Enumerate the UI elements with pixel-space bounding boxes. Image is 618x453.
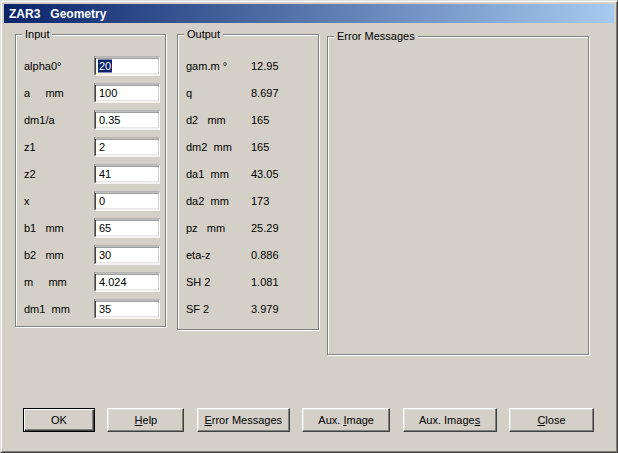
field-label: m mm xyxy=(24,276,67,288)
output-row-pz: pz mm 25.29 xyxy=(178,214,318,241)
ok-button[interactable]: OK xyxy=(23,408,95,432)
output-row-etaz: eta-z 0.886 xyxy=(178,241,318,268)
z1-input[interactable]: 2 xyxy=(94,137,160,156)
button-label: rror Messages xyxy=(212,414,282,426)
dialog-window: ZAR3 Geometry Input alpha0° 20 a mm 100 … xyxy=(0,0,618,453)
output-row-sh2: SH 2 1.081 xyxy=(178,268,318,295)
b2-input[interactable]: 30 xyxy=(94,245,160,264)
error-messages-group: Error Messages xyxy=(327,36,589,355)
input-value: 0 xyxy=(98,194,106,207)
close-button[interactable]: Close xyxy=(509,408,594,432)
button-mnemonic: C xyxy=(537,414,545,426)
input-row-dm1: dm1 mm 35 xyxy=(16,295,165,322)
button-row: OK Help Error Messages Aux. Image Aux. I… xyxy=(23,408,594,432)
input-value: 4.024 xyxy=(98,275,128,288)
field-label: dm2 mm xyxy=(186,141,232,153)
input-row-a: a mm 100 xyxy=(16,79,165,106)
button-label: Aux. Image xyxy=(419,414,475,426)
button-mnemonic: s xyxy=(475,414,481,426)
help-button[interactable]: Help xyxy=(107,408,184,432)
field-label: x xyxy=(24,195,30,207)
error-messages-button[interactable]: Error Messages xyxy=(197,408,290,432)
a-input[interactable]: 100 xyxy=(94,83,160,102)
input-row-z1: z1 2 xyxy=(16,133,165,160)
window-title: ZAR3 Geometry xyxy=(4,7,106,21)
output-row-sf2: SF 2 3.979 xyxy=(178,295,318,322)
title-bar[interactable]: ZAR3 Geometry xyxy=(4,4,614,23)
output-dm2-value: 165 xyxy=(251,141,269,153)
field-label: pz mm xyxy=(186,222,225,234)
aux-images-button[interactable]: Aux. Images xyxy=(403,408,497,432)
field-label: alpha0° xyxy=(24,60,61,72)
input-row-alpha0: alpha0° 20 xyxy=(16,52,165,79)
output-group-label: Output xyxy=(184,28,223,41)
input-value: 2 xyxy=(98,140,106,153)
output-sh2-value: 1.081 xyxy=(251,276,279,288)
button-label: OK xyxy=(51,414,67,426)
aux-image-button[interactable]: Aux. Image xyxy=(302,408,390,432)
input-value: 100 xyxy=(98,86,118,99)
button-label: elp xyxy=(143,414,158,426)
button-label: mage xyxy=(346,414,374,426)
output-gamm-value: 12.95 xyxy=(251,60,279,72)
field-label: gam.m ° xyxy=(186,60,227,72)
z2-input[interactable]: 41 xyxy=(94,164,160,183)
field-label: da1 mm xyxy=(186,168,229,180)
input-group: Input alpha0° 20 a mm 100 dm1/a 0.35 z1 … xyxy=(15,34,166,327)
input-row-x: x 0 xyxy=(16,187,165,214)
field-label: z1 xyxy=(24,141,36,153)
input-value: 41 xyxy=(98,167,112,180)
output-sf2-value: 3.979 xyxy=(251,303,279,315)
field-label: SH 2 xyxy=(186,276,210,288)
output-row-dm2: dm2 mm 165 xyxy=(178,133,318,160)
field-label: b1 mm xyxy=(24,222,64,234)
input-rows: alpha0° 20 a mm 100 dm1/a 0.35 z1 2 z2 4… xyxy=(16,35,165,322)
x-input[interactable]: 0 xyxy=(94,191,160,210)
input-row-z2: z2 41 xyxy=(16,160,165,187)
input-value: 30 xyxy=(98,248,112,261)
output-da1-value: 43.05 xyxy=(251,168,279,180)
button-label: Aux. xyxy=(318,414,343,426)
output-row-gamm: gam.m ° 12.95 xyxy=(178,52,318,79)
output-da2-value: 173 xyxy=(251,195,269,207)
field-label: b2 mm xyxy=(24,249,64,261)
alpha0-input[interactable]: 20 xyxy=(94,56,160,75)
input-value: 0.35 xyxy=(98,113,121,126)
input-row-b2: b2 mm 30 xyxy=(16,241,165,268)
field-label: eta-z xyxy=(186,249,210,261)
b1-input[interactable]: 65 xyxy=(94,218,160,237)
button-mnemonic: E xyxy=(204,414,211,426)
output-pz-value: 25.29 xyxy=(251,222,279,234)
field-label: q xyxy=(186,87,192,99)
input-row-dm1a: dm1/a 0.35 xyxy=(16,106,165,133)
output-row-da2: da2 mm 173 xyxy=(178,187,318,214)
output-q-value: 8.697 xyxy=(251,87,279,99)
input-group-label: Input xyxy=(22,28,52,41)
output-row-d2: d2 mm 165 xyxy=(178,106,318,133)
input-value: 20 xyxy=(98,59,112,72)
dm1a-input[interactable]: 0.35 xyxy=(94,110,160,129)
field-label: SF 2 xyxy=(186,303,209,315)
output-etaz-value: 0.886 xyxy=(251,249,279,261)
output-d2-value: 165 xyxy=(251,114,269,126)
field-label: z2 xyxy=(24,168,36,180)
output-row-da1: da1 mm 43.05 xyxy=(178,160,318,187)
field-label: d2 mm xyxy=(186,114,226,126)
input-row-b1: b1 mm 65 xyxy=(16,214,165,241)
output-rows: gam.m ° 12.95 q 8.697 d2 mm 165 dm2 mm 1… xyxy=(178,35,318,322)
m-input[interactable]: 4.024 xyxy=(94,272,160,291)
button-mnemonic: H xyxy=(135,414,143,426)
button-label: lose xyxy=(545,414,565,426)
field-label: a mm xyxy=(24,87,64,99)
input-row-m: m mm 4.024 xyxy=(16,268,165,295)
field-label: dm1/a xyxy=(24,114,55,126)
input-value: 35 xyxy=(98,302,112,315)
field-label: da2 mm xyxy=(186,195,229,207)
input-value: 65 xyxy=(98,221,112,234)
dm1-input[interactable]: 35 xyxy=(94,299,160,318)
field-label: dm1 mm xyxy=(24,303,70,315)
output-row-q: q 8.697 xyxy=(178,79,318,106)
output-group: Output gam.m ° 12.95 q 8.697 d2 mm 165 d… xyxy=(177,34,319,330)
error-messages-group-label: Error Messages xyxy=(334,30,418,43)
